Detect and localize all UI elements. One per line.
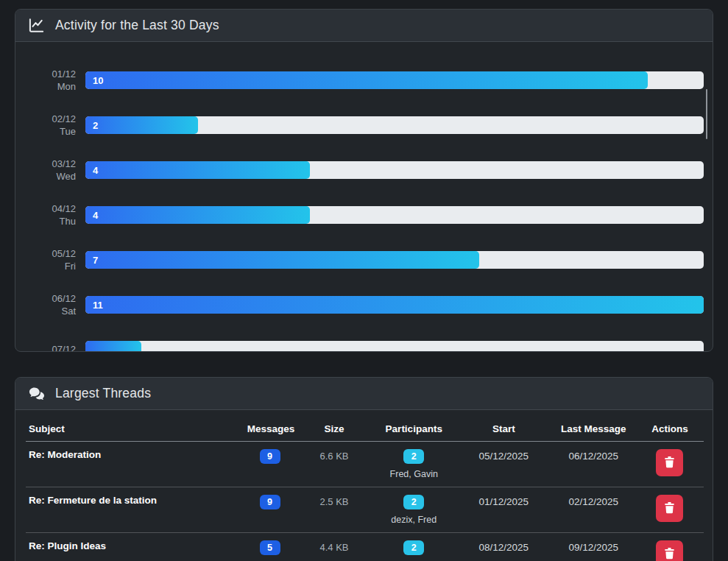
trash-icon [662, 546, 676, 561]
participants-count-badge: 2 [403, 449, 424, 464]
threads-table-header-row: Subject Messages Size Participants Start… [26, 417, 704, 442]
chart-bar-value: 7 [93, 255, 98, 266]
header-start: Start [456, 417, 551, 442]
header-subject: Subject [26, 417, 243, 442]
chart-bar-value: 10 [93, 75, 103, 86]
chart-bar-value: 11 [93, 300, 103, 311]
chart-bar-fill: 4 [85, 161, 310, 179]
chart-row-date: 04/12 [24, 202, 76, 216]
chart-row-label: 02/12 Tue [24, 113, 76, 138]
participants-count-badge: 2 [403, 540, 424, 555]
largest-threads-panel: Largest Threads Subject Messages Size Pa… [15, 377, 713, 561]
header-participants: Participants [372, 417, 456, 442]
header-messages: Messages [243, 417, 297, 442]
chart-row: 03/12 Wed 4 [24, 154, 704, 186]
thread-subject: Re: Fermeture de la station [26, 487, 243, 533]
chart-row-day: Thu [24, 215, 76, 228]
activity-panel-header: Activity for the Last 30 Days [15, 10, 713, 42]
threads-table: Subject Messages Size Participants Start… [26, 417, 704, 561]
comments-icon [28, 385, 45, 402]
table-row: Re: Plugin Ideas 5 4.4 KB 2 Gavin, Fred … [26, 533, 704, 561]
messages-count-badge: 9 [260, 495, 280, 509]
chart-row-date: 01/12 [24, 68, 76, 81]
chart-row-day: Fri [24, 260, 76, 273]
trash-icon [662, 501, 676, 517]
thread-start-date: 01/12/2025 [456, 487, 551, 533]
messages-count-badge: 5 [260, 540, 280, 555]
chart-row-date: 06/12 [24, 292, 76, 306]
table-row: Re: Moderation 9 6.6 KB 2 Fred, Gavin 05… [26, 442, 704, 487]
chart-bar-track [85, 341, 704, 352]
delete-thread-button[interactable] [656, 495, 683, 522]
chart-row: 04/12 Thu 4 [24, 199, 704, 231]
chart-row: 05/12 Fri 7 [24, 244, 704, 276]
chart-bar-track: 4 [85, 161, 704, 179]
threads-panel-header: Largest Threads [15, 378, 713, 410]
activity-panel: Activity for the Last 30 Days 01/12 Mon … [15, 9, 713, 352]
chart-bar-track: 11 [85, 296, 704, 314]
chart-row-label: 01/12 Mon [24, 68, 76, 94]
thread-subject: Re: Plugin Ideas [26, 533, 243, 561]
thread-size: 2.5 KB [297, 487, 371, 533]
participants-names: dezix, Fred [376, 515, 452, 525]
threads-panel-title: Largest Threads [55, 386, 151, 401]
chart-row-label: 03/12 Wed [24, 158, 76, 183]
chart-bar-track: 10 [85, 71, 704, 89]
thread-start-date: 05/12/2025 [456, 442, 551, 487]
chart-bar-fill: 11 [85, 296, 704, 314]
delete-thread-button[interactable] [656, 540, 683, 561]
thread-last-message-date: 06/12/2025 [551, 442, 636, 487]
chart-row-date: 02/12 [24, 113, 76, 126]
chart-row-date: 07/12 [24, 343, 76, 352]
messages-count-badge: 9 [260, 449, 280, 464]
activity-panel-title: Activity for the Last 30 Days [55, 18, 219, 33]
chart-bar-fill: 7 [85, 251, 479, 269]
thread-last-message-date: 02/12/2025 [551, 487, 636, 533]
chart-row: 06/12 Sat 11 [24, 289, 704, 321]
chart-row-label: 05/12 Fri [24, 247, 76, 273]
chart-row-date: 05/12 [24, 247, 76, 261]
header-actions: Actions [636, 417, 704, 442]
chart-bar-fill: 4 [85, 206, 310, 224]
chart-bar-track: 2 [85, 116, 704, 134]
chart-row-label: 06/12 Sat [24, 292, 76, 318]
chart-bar-value: 4 [93, 165, 98, 176]
chart-scrollbar-thumb[interactable] [706, 89, 707, 139]
chart-row-day: Mon [24, 80, 76, 94]
thread-size: 4.4 KB [297, 533, 371, 561]
chart-row-day: Wed [24, 170, 76, 183]
participants-count-badge: 2 [403, 495, 424, 509]
chart-row-date: 03/12 [24, 158, 76, 171]
thread-last-message-date: 09/12/2025 [551, 533, 636, 561]
activity-chart: 01/12 Mon 10 02/12 Tue 2 03/12 Wed 4 [15, 42, 713, 352]
chart-row: 02/12 Tue 2 [24, 109, 704, 141]
chart-row-day: Tue [24, 125, 76, 138]
chart-row: 07/12 [24, 334, 704, 352]
chart-bar-fill [85, 341, 141, 352]
chart-bar-track: 4 [85, 206, 704, 224]
chart-line-icon [28, 17, 45, 34]
thread-subject: Re: Moderation [26, 442, 243, 487]
chart-bar-track: 7 [85, 251, 704, 269]
chart-bar-fill: 2 [85, 116, 198, 134]
chart-row: 01/12 Mon 10 [24, 64, 704, 96]
participants-names: Fred, Gavin [376, 469, 452, 479]
table-row: Re: Fermeture de la station 9 2.5 KB 2 d… [26, 487, 704, 533]
chart-bar-value: 2 [93, 120, 98, 131]
thread-size: 6.6 KB [297, 442, 371, 487]
chart-bar-value: 4 [93, 210, 98, 221]
chart-row-label: 04/12 Thu [24, 202, 76, 228]
delete-thread-button[interactable] [656, 449, 683, 476]
header-size: Size [297, 417, 371, 442]
chart-row-day: Sat [24, 305, 76, 318]
thread-start-date: 08/12/2025 [456, 533, 551, 561]
trash-icon [662, 455, 676, 471]
header-last-message: Last Message [551, 417, 636, 442]
chart-bar-fill: 10 [85, 71, 648, 89]
chart-row-label: 07/12 [24, 343, 76, 352]
